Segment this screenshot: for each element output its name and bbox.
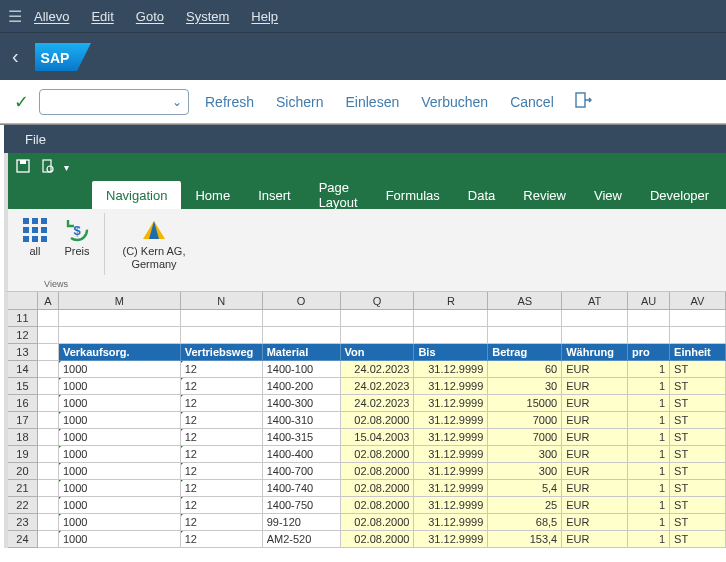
column-header[interactable]: AT — [562, 292, 628, 309]
table-cell[interactable] — [562, 310, 628, 327]
verbuchen-button[interactable]: Verbuchen — [415, 94, 494, 110]
spreadsheet[interactable]: AMNOQRASATAUAV 111213Verkaufsorg.Vertrie… — [4, 292, 726, 548]
table-cell[interactable] — [38, 361, 59, 378]
menu-help[interactable]: Help — [251, 9, 278, 24]
table-header-cell[interactable]: Einheit — [670, 344, 726, 361]
table-header-cell[interactable]: Bis — [414, 344, 488, 361]
table-cell[interactable]: 1400-200 — [263, 378, 341, 395]
table-cell[interactable] — [628, 310, 670, 327]
table-cell[interactable]: 24.02.2023 — [341, 395, 415, 412]
table-cell[interactable]: 24.02.2023 — [341, 378, 415, 395]
table-cell[interactable]: 25 — [488, 497, 562, 514]
table-cell[interactable]: 1400-310 — [263, 412, 341, 429]
table-cell[interactable] — [38, 327, 59, 344]
row-header[interactable]: 19 — [8, 446, 38, 463]
table-header-cell[interactable] — [38, 344, 59, 361]
ribbon-tab-developer[interactable]: Developer — [636, 181, 723, 209]
ribbon-tab-home[interactable]: Home — [181, 181, 244, 209]
table-cell[interactable] — [38, 480, 59, 497]
table-cell[interactable]: 24.02.2023 — [341, 361, 415, 378]
table-cell[interactable]: 12 — [181, 361, 263, 378]
ribbon-btn-preis[interactable]: $ Preis — [58, 213, 96, 262]
table-cell[interactable]: ST — [670, 463, 726, 480]
table-cell[interactable]: 300 — [488, 463, 562, 480]
table-cell[interactable]: 1 — [628, 395, 670, 412]
table-cell[interactable]: 15000 — [488, 395, 562, 412]
table-cell[interactable]: 31.12.9999 — [414, 412, 488, 429]
table-cell[interactable]: 1 — [628, 429, 670, 446]
table-cell[interactable]: 1000 — [59, 412, 181, 429]
table-cell[interactable]: EUR — [562, 514, 628, 531]
qat-dropdown-icon[interactable]: ▾ — [64, 162, 69, 173]
table-header-cell[interactable]: Vertriebsweg — [181, 344, 263, 361]
ribbon-btn-kern[interactable]: (C) Kern AG, Germany — [113, 213, 195, 275]
table-cell[interactable]: 1 — [628, 531, 670, 548]
einlesen-button[interactable]: Einlesen — [340, 94, 406, 110]
table-cell[interactable]: 31.12.9999 — [414, 463, 488, 480]
table-cell[interactable]: 31.12.9999 — [414, 514, 488, 531]
table-cell[interactable]: 31.12.9999 — [414, 429, 488, 446]
ribbon-tab-view[interactable]: View — [580, 181, 636, 209]
column-header[interactable]: AS — [488, 292, 562, 309]
row-header[interactable]: 18 — [8, 429, 38, 446]
table-cell[interactable]: 12 — [181, 514, 263, 531]
table-cell[interactable]: 02.08.2000 — [341, 446, 415, 463]
table-cell[interactable]: 31.12.9999 — [414, 395, 488, 412]
table-cell[interactable] — [414, 310, 488, 327]
table-cell[interactable]: 1 — [628, 446, 670, 463]
table-cell[interactable] — [263, 310, 341, 327]
ribbon-tab-insert[interactable]: Insert — [244, 181, 305, 209]
row-header[interactable]: 11 — [8, 310, 38, 327]
table-cell[interactable]: 7000 — [488, 429, 562, 446]
table-cell[interactable]: 1000 — [59, 361, 181, 378]
table-cell[interactable]: 7000 — [488, 412, 562, 429]
table-cell[interactable]: 153,4 — [488, 531, 562, 548]
table-cell[interactable]: 1400-750 — [263, 497, 341, 514]
table-cell[interactable] — [263, 327, 341, 344]
table-cell[interactable] — [181, 327, 263, 344]
cancel-button[interactable]: Cancel — [504, 94, 560, 110]
table-cell[interactable]: 60 — [488, 361, 562, 378]
ribbon-tab-navigation[interactable]: Navigation — [92, 181, 181, 209]
table-header-cell[interactable]: Währung — [562, 344, 628, 361]
table-cell[interactable]: 1000 — [59, 395, 181, 412]
table-header-cell[interactable]: Von — [341, 344, 415, 361]
table-cell[interactable]: EUR — [562, 480, 628, 497]
ribbon-tab-page-layout[interactable]: Page Layout — [305, 181, 372, 209]
table-cell[interactable]: EUR — [562, 361, 628, 378]
table-cell[interactable]: 31.12.9999 — [414, 361, 488, 378]
table-cell[interactable]: 1 — [628, 463, 670, 480]
table-cell[interactable]: 1000 — [59, 429, 181, 446]
table-header-cell[interactable]: Verkaufsorg. — [59, 344, 181, 361]
table-cell[interactable]: 1 — [628, 378, 670, 395]
table-cell[interactable]: AM2-520 — [263, 531, 341, 548]
hamburger-icon[interactable]: ☰ — [8, 7, 22, 26]
row-header[interactable]: 21 — [8, 480, 38, 497]
table-header-cell[interactable]: pro — [628, 344, 670, 361]
table-cell[interactable]: 68,5 — [488, 514, 562, 531]
table-cell[interactable] — [38, 463, 59, 480]
table-cell[interactable] — [59, 310, 181, 327]
table-cell[interactable]: 12 — [181, 378, 263, 395]
sichern-button[interactable]: Sichern — [270, 94, 329, 110]
table-cell[interactable] — [38, 310, 59, 327]
back-icon[interactable]: ‹ — [12, 45, 19, 68]
table-cell[interactable]: 1 — [628, 361, 670, 378]
table-cell[interactable]: 02.08.2000 — [341, 531, 415, 548]
column-header[interactable]: AU — [628, 292, 670, 309]
table-cell[interactable]: EUR — [562, 429, 628, 446]
table-cell[interactable]: 31.12.9999 — [414, 531, 488, 548]
excel-file-menu[interactable]: File — [4, 125, 726, 153]
table-cell[interactable]: 31.12.9999 — [414, 446, 488, 463]
exit-icon[interactable] — [574, 91, 592, 113]
table-cell[interactable]: ST — [670, 361, 726, 378]
table-cell[interactable]: EUR — [562, 378, 628, 395]
table-cell[interactable] — [38, 497, 59, 514]
menu-allevo[interactable]: Allevo — [34, 9, 69, 24]
table-cell[interactable] — [59, 327, 181, 344]
table-cell[interactable] — [341, 327, 415, 344]
table-cell[interactable] — [488, 327, 562, 344]
row-header[interactable]: 20 — [8, 463, 38, 480]
table-cell[interactable]: 12 — [181, 429, 263, 446]
table-cell[interactable] — [38, 514, 59, 531]
